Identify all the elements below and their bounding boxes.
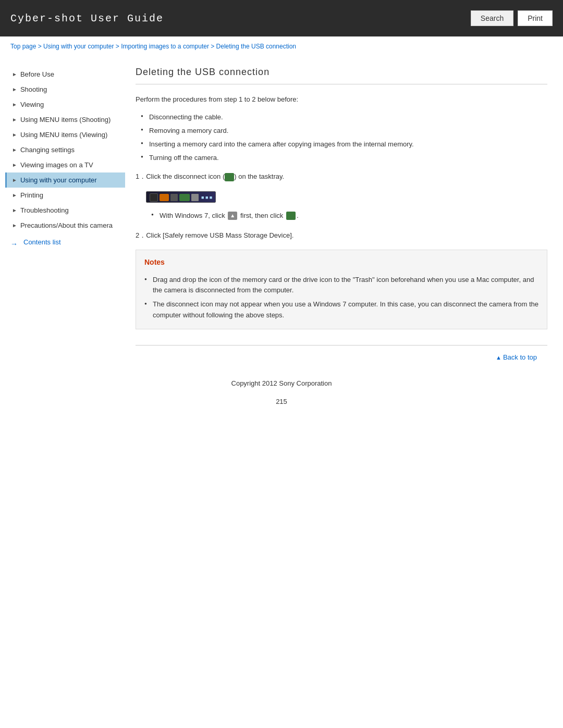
arrow-icon: ► bbox=[12, 117, 17, 122]
main-content: Deleting the USB connection Perform the … bbox=[136, 61, 553, 369]
ticon bbox=[179, 194, 190, 201]
arrow-icon: ► bbox=[12, 132, 17, 138]
header-actions: Search Print bbox=[471, 10, 553, 26]
print-button[interactable]: Print bbox=[518, 10, 553, 26]
step-2-text: 2．Click [Safely remove USB Mass Storage … bbox=[136, 230, 547, 241]
list-item: The disconnect icon may not appear when … bbox=[144, 298, 538, 323]
breadcrumb: Top page > Using with your computer > Im… bbox=[0, 36, 563, 56]
breadcrumb-current: Deleting the USB connection bbox=[216, 43, 296, 50]
arrow-icon: ► bbox=[12, 223, 17, 228]
sidebar-item-changing-settings[interactable]: ► Changing settings bbox=[5, 142, 125, 157]
arrow-icon: ► bbox=[12, 147, 17, 153]
breadcrumb-using-computer[interactable]: Using with your computer bbox=[43, 43, 114, 50]
ticon bbox=[170, 194, 178, 201]
breadcrumb-top[interactable]: Top page bbox=[10, 43, 36, 50]
contents-list-label: Contents list bbox=[23, 238, 61, 246]
step-1: 1．Click the disconnect icon () on the ta… bbox=[136, 171, 547, 222]
list-item: Disconnecting the cable. bbox=[141, 110, 547, 124]
list-item: Removing a memory card. bbox=[141, 124, 547, 138]
page-footer: Back to top bbox=[136, 345, 547, 369]
sidebar-label: Changing settings bbox=[20, 146, 120, 154]
arrow-icon: ► bbox=[12, 207, 17, 213]
sidebar-label: Using MENU items (Shooting) bbox=[20, 116, 120, 124]
notes-list: Drag and drop the icon of the memory car… bbox=[144, 273, 538, 323]
sidebar-label: Viewing images on a TV bbox=[20, 161, 120, 169]
step-2: 2．Click [Safely remove USB Mass Storage … bbox=[136, 230, 547, 241]
search-button[interactable]: Search bbox=[471, 10, 513, 26]
ticon bbox=[150, 193, 158, 202]
notes-title: Notes bbox=[144, 256, 538, 269]
ticon bbox=[191, 194, 199, 201]
sidebar-label: Troubleshooting bbox=[20, 206, 120, 214]
main-layout: ► Before Use ► Shooting ► Viewing ► Usin… bbox=[0, 56, 563, 369]
sidebar-label: Using MENU items (Viewing) bbox=[20, 131, 120, 139]
sidebar: ► Before Use ► Shooting ► Viewing ► Usin… bbox=[5, 61, 125, 369]
copyright-text: Copyright 2012 Sony Corporation bbox=[0, 369, 563, 392]
arrow-icon: ► bbox=[12, 192, 17, 198]
sidebar-item-menu-shooting[interactable]: ► Using MENU items (Shooting) bbox=[5, 112, 125, 127]
arrow-icon: ► bbox=[12, 162, 17, 168]
sidebar-item-precautions[interactable]: ► Precautions/About this camera bbox=[5, 218, 125, 233]
breadcrumb-importing[interactable]: Importing images to a computer bbox=[121, 43, 209, 50]
sidebar-item-printing[interactable]: ► Printing bbox=[5, 188, 125, 203]
page-title: Deleting the USB connection bbox=[136, 61, 547, 84]
step-1-sub: With Windows 7, click ▲ first, then clic… bbox=[136, 209, 547, 223]
disconnect-icon bbox=[225, 173, 234, 181]
contents-list-link[interactable]: Contents list bbox=[5, 233, 125, 251]
sidebar-item-before-use[interactable]: ► Before Use bbox=[5, 67, 125, 82]
list-item: Drag and drop the icon of the memory car… bbox=[144, 273, 538, 298]
sidebar-item-viewing[interactable]: ► Viewing bbox=[5, 97, 125, 112]
arrow-icon: ► bbox=[12, 177, 17, 183]
sidebar-label: Viewing bbox=[20, 101, 120, 108]
step-1-text: 1．Click the disconnect icon () on the ta… bbox=[136, 171, 547, 182]
back-to-top-link[interactable]: Back to top bbox=[496, 353, 537, 361]
list-item: Turning off the camera. bbox=[141, 151, 547, 165]
ticon-text: ■ ■ ■ bbox=[201, 193, 212, 202]
intro-text: Perform the procedures from step 1 to 2 … bbox=[136, 94, 547, 105]
before-list: Disconnecting the cable. Removing a memo… bbox=[136, 110, 547, 165]
sidebar-item-menu-viewing[interactable]: ► Using MENU items (Viewing) bbox=[5, 127, 125, 142]
arrow-icon: ► bbox=[12, 71, 17, 77]
header: Cyber-shot User Guide Search Print bbox=[0, 0, 563, 36]
page-number: 215 bbox=[0, 392, 563, 421]
sidebar-item-viewing-tv[interactable]: ► Viewing images on a TV bbox=[5, 157, 125, 172]
sidebar-label: Printing bbox=[20, 191, 120, 199]
arrow-right-icon bbox=[10, 240, 21, 245]
content-body: Perform the procedures from step 1 to 2 … bbox=[136, 94, 547, 329]
ticon bbox=[160, 194, 169, 201]
notes-box: Notes Drag and drop the icon of the memo… bbox=[136, 250, 547, 329]
sidebar-label: Using with your computer bbox=[20, 176, 120, 184]
sidebar-label: Before Use bbox=[20, 70, 120, 78]
sidebar-label: Shooting bbox=[20, 85, 120, 93]
list-item: Inserting a memory card into the camera … bbox=[141, 138, 547, 151]
arrow-icon: ► bbox=[12, 102, 17, 107]
sidebar-label: Precautions/About this camera bbox=[20, 221, 120, 229]
sidebar-item-troubleshooting[interactable]: ► Troubleshooting bbox=[5, 203, 125, 218]
list-item: With Windows 7, click ▲ first, then clic… bbox=[151, 209, 547, 223]
disconnect-icon-small bbox=[286, 212, 296, 220]
sidebar-item-using-computer[interactable]: ► Using with your computer bbox=[5, 172, 125, 188]
windows7-icon: ▲ bbox=[228, 212, 237, 220]
sidebar-item-shooting[interactable]: ► Shooting bbox=[5, 82, 125, 97]
taskbar-screenshot: ■ ■ ■ bbox=[146, 191, 216, 203]
arrow-icon: ► bbox=[12, 87, 17, 92]
site-title: Cyber-shot User Guide bbox=[10, 13, 164, 24]
